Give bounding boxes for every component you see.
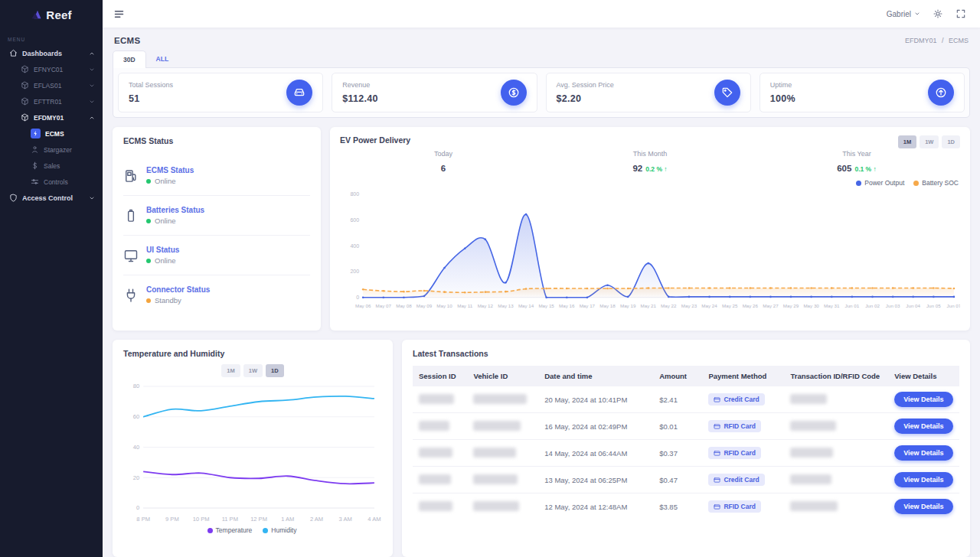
sidebar-item-efdmy01[interactable]: EFDMY01 <box>0 109 103 125</box>
view-details-button[interactable]: View Details <box>894 419 952 434</box>
ev-stat-value: 92 <box>632 164 642 173</box>
column-header-payment-method: Payment Method <box>702 366 784 386</box>
transaction-amount: $0.37 <box>653 440 702 467</box>
cube-icon <box>21 81 29 90</box>
column-header-amount: Amount <box>653 366 702 386</box>
gear-icon[interactable] <box>933 8 943 19</box>
uptime-icon <box>928 80 954 106</box>
breadcrumb: EFDMY01 / ECMS <box>905 37 969 44</box>
tag-icon <box>714 80 740 106</box>
svg-text:May 14: May 14 <box>518 303 534 308</box>
session-id-redacted <box>419 501 452 511</box>
legend-item-battery-soc[interactable]: Battery SOC <box>913 179 959 187</box>
status-item-connector-status: Connector StatusStandby <box>123 275 310 314</box>
legend-label: Humidity <box>271 526 296 534</box>
payment-method-badge: RFID Card <box>708 447 761 459</box>
status-dot-online <box>146 219 151 223</box>
row-temp-transactions: Temperature and Humidity 1M1W1D 02040608… <box>113 340 970 557</box>
view-details-button[interactable]: View Details <box>894 445 952 461</box>
sidebar-item-label: EFNYC01 <box>34 66 84 73</box>
view-details-button[interactable]: View Details <box>894 472 952 487</box>
transaction-date: 14 May, 2024 at 06:44AM <box>538 440 653 467</box>
sidebar-item-dashboards[interactable]: Dashboards <box>0 45 103 61</box>
sidebar-item-access-control[interactable]: Access Control <box>0 190 103 206</box>
legend-item-humidity[interactable]: Humidity <box>263 526 296 534</box>
brand-logo[interactable]: Reef <box>0 0 103 29</box>
controls-icon <box>31 178 39 186</box>
sidebar-item-efttr01[interactable]: EFTTR01 <box>0 93 103 109</box>
tab-30d[interactable]: 30D <box>113 50 146 68</box>
transaction-date: 20 May, 2024 at 10:41PM <box>538 386 653 413</box>
kpi-card-avg-session-price: Avg. Session Price$2.20 <box>546 73 751 112</box>
transaction-amount: $0.01 <box>653 413 702 440</box>
svg-text:10 PM: 10 PM <box>193 516 210 523</box>
view-details-button[interactable]: View Details <box>894 392 952 407</box>
sidebar-item-label: EFLAS01 <box>34 82 84 90</box>
svg-text:May 18: May 18 <box>599 303 616 308</box>
vehicle-id-redacted <box>473 394 527 404</box>
transactions-header-row: Session IDVehicle IDDate and timeAmountP… <box>413 366 959 386</box>
sidebar-item-label: EFTTR01 <box>34 98 84 106</box>
transaction-amount: $2.41 <box>653 386 702 413</box>
svg-text:9 PM: 9 PM <box>165 516 179 523</box>
vehicle-id-redacted <box>473 501 519 511</box>
sidebar-item-controls[interactable]: Controls <box>0 174 103 190</box>
status-value: Online <box>146 177 194 185</box>
session-id-redacted <box>419 474 451 484</box>
kpi-label: Revenue <box>342 81 378 89</box>
ev-range-button-1w[interactable]: 1W <box>920 135 939 148</box>
temp-range-button-1m[interactable]: 1M <box>221 364 240 377</box>
payment-method-badge: RFID Card <box>708 500 761 513</box>
content: ECMS EFDMY01 / ECMS 30DALL Total Session… <box>103 28 980 557</box>
ev-stat-label: Today <box>340 150 547 158</box>
session-id-redacted <box>419 448 452 458</box>
ev-stat-delta: 0.1 % ↑ <box>854 165 876 173</box>
svg-text:May 15: May 15 <box>538 303 554 308</box>
tab-all[interactable]: ALL <box>146 50 179 67</box>
status-label[interactable]: Connector Status <box>146 285 210 294</box>
ev-range-button-1m[interactable]: 1M <box>898 135 916 148</box>
svg-text:1 AM: 1 AM <box>281 516 294 523</box>
svg-text:May 06: May 06 <box>355 303 371 308</box>
breadcrumb-current: ECMS <box>949 37 969 44</box>
legend-item-temperature[interactable]: Temperature <box>207 526 253 534</box>
status-label[interactable]: ECMS Status <box>146 166 194 174</box>
user-menu[interactable]: Gabriel <box>887 10 920 18</box>
status-value: Online <box>146 256 179 265</box>
sidebar-item-eflas01[interactable]: EFLAS01 <box>0 77 103 93</box>
row-status-ev: ECMS Status ECMS StatusOnlineBatteries S… <box>113 127 970 331</box>
card-icon <box>714 477 720 484</box>
status-value: Standby <box>146 296 210 305</box>
sidebar-item-label: ECMS <box>45 130 95 138</box>
svg-text:Jun 03: Jun 03 <box>886 303 900 308</box>
temp-range-button-1w[interactable]: 1W <box>243 364 263 377</box>
sidebar-item-stargazer[interactable]: Stargazer <box>0 142 103 158</box>
chevron-up-icon <box>89 50 95 57</box>
svg-text:800: 800 <box>350 191 359 197</box>
chevron-down-icon <box>89 195 95 201</box>
kpi-card-uptime: Uptime100% <box>760 73 965 112</box>
legend-item-power-output[interactable]: Power Output <box>856 179 904 187</box>
sidebar-item-ecms[interactable]: ECMS <box>0 125 103 142</box>
breadcrumb-parent[interactable]: EFDMY01 <box>905 37 937 44</box>
status-label[interactable]: UI Status <box>146 246 179 254</box>
temp-range-button-1d[interactable]: 1D <box>266 364 284 377</box>
hamburger-menu-icon[interactable] <box>113 8 125 20</box>
ev-range-button-1d[interactable]: 1D <box>942 135 960 148</box>
ev-stat-label: This Year <box>753 150 960 158</box>
svg-text:Jun 05: Jun 05 <box>926 303 941 308</box>
kpi-value: $112.40 <box>342 93 378 104</box>
svg-text:May 16: May 16 <box>559 303 575 308</box>
payment-method-label: RFID Card <box>724 422 756 430</box>
dollar-icon <box>31 161 39 170</box>
svg-text:May 13: May 13 <box>498 303 514 308</box>
sidebar-item-sales[interactable]: Sales <box>0 158 103 174</box>
chevron-down-icon <box>89 83 95 89</box>
ev-stats: Today6This Month920.2 % ↑This Year6050.1… <box>340 150 960 174</box>
status-label[interactable]: Batteries Status <box>146 206 204 214</box>
sidebar-menu: DashboardsEFNYC01EFLAS01EFTTR01EFDMY01EC… <box>0 45 103 206</box>
sidebar-item-efnyc01[interactable]: EFNYC01 <box>0 61 103 77</box>
view-details-button[interactable]: View Details <box>894 499 952 514</box>
transaction-row: 12 May, 2024 at 12:48AM$3.85RFID CardVie… <box>413 493 959 520</box>
fullscreen-icon[interactable] <box>956 8 966 19</box>
